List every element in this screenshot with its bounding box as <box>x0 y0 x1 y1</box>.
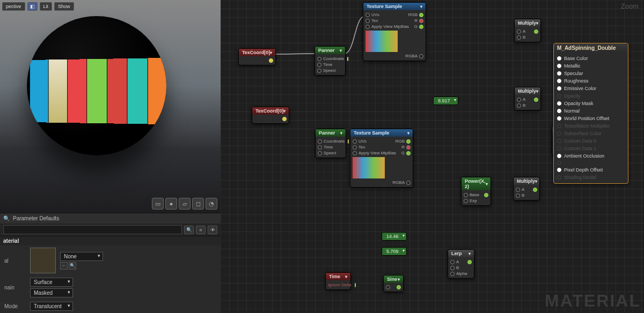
details-search-row: 🔍 ≡ 👁 <box>0 223 221 236</box>
mode-dropdown[interactable]: Translucent <box>30 302 73 311</box>
material-graph[interactable]: Zoom MATERIAL <box>221 0 644 313</box>
node-title: Panner <box>318 48 335 53</box>
node-const-5709[interactable]: 5.709 <box>382 247 407 256</box>
texture-preview <box>365 31 398 52</box>
node-title: Multiply <box>518 20 536 26</box>
filter-button[interactable]: ≡ <box>196 226 206 234</box>
result-pin-pixel-depth-offset[interactable]: Pixel Depth Offset <box>557 166 625 174</box>
material-thumbnail[interactable] <box>30 248 56 273</box>
prop-row-mode: Mode Translucent <box>0 300 221 313</box>
view-cube-button[interactable]: ◧ <box>27 2 38 11</box>
node-texture-sample-2[interactable]: Texture Sample▾ UVsRGB TexR Apply View M… <box>350 129 413 188</box>
result-pin-world-position-offset[interactable]: World Position Offset <box>557 115 625 122</box>
shape-cylinder-button[interactable]: ▭ <box>152 198 164 210</box>
result-pin-custom-data-1[interactable]: Custom Data 1 <box>557 145 625 152</box>
shape-plane-button[interactable]: ▱ <box>179 198 191 210</box>
node-title: TexCoord[0] <box>255 108 283 114</box>
shape-teapot-button[interactable]: ◔ <box>206 198 217 210</box>
main-dropdown-surface[interactable]: Surface <box>30 278 73 287</box>
eye-button[interactable]: 👁 <box>208 226 217 234</box>
thumb-dropdown[interactable]: None <box>60 252 103 261</box>
shape-cube-button[interactable]: ◻ <box>192 198 204 210</box>
node-lerp-2[interactable]: Lerp▾ A B Alpha <box>448 249 474 279</box>
node-panner-2[interactable]: Panner▾ Coordinate Time Speed <box>315 129 346 158</box>
result-pin-base-color[interactable]: Base Color <box>557 55 625 62</box>
prop-row-al: al None ← 🔍 <box>0 245 221 275</box>
param-defaults-label: Parameter Defaults <box>13 215 59 221</box>
zoom-label: Zoom <box>621 2 639 10</box>
show-button[interactable]: Show <box>54 2 74 11</box>
node-power[interactable]: Power(X, 2)▾ Base Exp <box>461 177 491 206</box>
result-pin-shading-model[interactable]: Shading Model <box>557 174 625 181</box>
node-material-result[interactable]: M_AdSpinning_Double Base ColorMetallicSp… <box>553 43 628 184</box>
result-pin-subsurface-color[interactable]: Subsurface Color <box>557 130 625 137</box>
node-title: Power(X, 2) <box>465 178 486 189</box>
preview-shape-bar: ▭ ● ▱ ◻ ◔ <box>152 198 217 210</box>
prop-label-mode: Mode <box>4 303 26 309</box>
param-defaults-row: 🔍 Parameter Defaults <box>0 213 221 223</box>
section-material-header[interactable]: aterial <box>0 236 221 245</box>
node-const-1446[interactable]: 14.46 <box>382 232 407 241</box>
result-pin-opacity[interactable]: Opacity <box>557 92 625 100</box>
node-texcoord-2[interactable]: TexCoord[0]▾ <box>252 107 289 124</box>
node-title: Texture Sample <box>354 130 389 136</box>
result-pin-opacity-mask[interactable]: Opacity Mask <box>557 100 625 107</box>
viewport-toolbar: pective ◧ Lit Show <box>2 2 74 11</box>
perspective-button[interactable]: pective <box>2 2 25 11</box>
shape-sphere-button[interactable]: ● <box>165 198 177 210</box>
node-title: Panner <box>319 130 335 136</box>
lit-button[interactable]: Lit <box>40 2 53 11</box>
preview-sphere <box>27 16 166 155</box>
node-const-8917[interactable]: 8.917 <box>433 96 458 105</box>
result-pin-roughness[interactable]: Roughness <box>557 77 625 85</box>
node-title: TexCoord[0] <box>242 50 270 55</box>
prop-label-al: al <box>4 258 26 264</box>
result-pin-[interactable] <box>557 160 625 166</box>
details-search-input[interactable] <box>3 225 182 234</box>
result-pin-specular[interactable]: Specular <box>557 70 625 77</box>
texture-preview <box>353 157 385 178</box>
node-sine[interactable]: Sine▾ <box>383 275 404 292</box>
node-multiply-1[interactable]: Multiply▾ A B <box>514 19 541 42</box>
node-time[interactable]: Time▾ Ignore Delta <box>325 272 351 290</box>
graph-watermark: MATERIAL <box>545 291 641 311</box>
node-title: Multiply <box>518 88 536 94</box>
node-title: Lerp <box>451 251 462 256</box>
result-pin-emissive-color[interactable]: Emissive Color <box>557 85 625 92</box>
prop-label-main: nain <box>4 285 26 290</box>
result-title: M_AdSpinning_Double <box>554 43 628 53</box>
search-clear-button[interactable]: 🔍 <box>184 226 194 234</box>
result-pin-custom-data-0[interactable]: Custom Data 0 <box>557 137 625 145</box>
main-dropdown-masked[interactable]: Masked <box>30 288 73 297</box>
node-multiply-2[interactable]: Multiply▾ A B <box>514 87 541 110</box>
thumb-browse-button[interactable]: ← <box>60 262 68 270</box>
left-panel: pective ◧ Lit Show ▭ ● ▱ ◻ ◔ 🔍 Parame <box>0 0 221 313</box>
node-title: Sine <box>387 277 397 282</box>
thumb-find-button[interactable]: 🔍 <box>69 262 76 270</box>
node-multiply-3[interactable]: Multiply▾ A B <box>513 177 540 200</box>
search-icon: 🔍 <box>3 215 10 221</box>
result-pin-metallic[interactable]: Metallic <box>557 62 625 70</box>
node-title: Multiply <box>517 178 535 184</box>
node-texture-sample-1[interactable]: Texture Sample▾ UVsRGB TexR Apply View M… <box>363 2 426 61</box>
prop-row-main: nain Surface Masked <box>0 275 221 300</box>
node-title: Time <box>329 274 340 279</box>
result-pin-ambient-occlusion[interactable]: Ambient Occlusion <box>557 152 625 160</box>
result-pin-tessellation-multiplier[interactable]: Tessellation Multiplier <box>557 122 625 130</box>
result-pin-normal[interactable]: Normal <box>557 107 625 115</box>
node-panner-1[interactable]: Panner▾ Coordinate Time Speed <box>314 46 346 76</box>
node-texcoord-1[interactable]: TexCoord[0]▾ <box>238 48 276 65</box>
material-viewport[interactable]: pective ◧ Lit Show ▭ ● ▱ ◻ ◔ <box>0 0 221 213</box>
node-title: Texture Sample <box>367 4 402 9</box>
